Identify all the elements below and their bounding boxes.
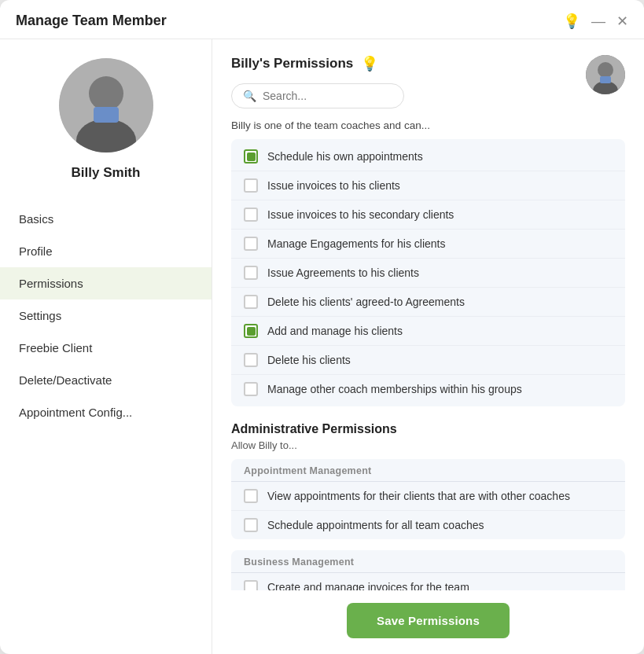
svg-point-1 <box>89 76 123 111</box>
checkbox-manage-engagements[interactable] <box>244 237 258 251</box>
checkbox-create-invoices-team[interactable] <box>244 580 258 590</box>
window-controls: 💡 — ✕ <box>563 14 628 28</box>
checkbox-schedule-all-coaches[interactable] <box>244 518 258 532</box>
business-management-header: Business Management <box>231 550 625 573</box>
table-row: Schedule his own appointments <box>231 142 625 171</box>
sidebar-item-basics[interactable]: Basics <box>0 203 212 235</box>
perm-label: Manage other coach memberships within hi… <box>267 383 522 395</box>
search-icon: 🔍 <box>243 90 256 102</box>
content-area: Billy Smith Basics Profile Permissions S… <box>0 39 644 654</box>
appointment-management-section: Appointment Management View appointments… <box>231 459 625 539</box>
checkbox-delete-clients[interactable] <box>244 353 258 367</box>
table-row: Manage Engagements for his clients <box>231 230 625 259</box>
business-management-section: Business Management Create and manage in… <box>231 550 625 590</box>
bulb-icon[interactable]: 💡 <box>563 14 580 28</box>
table-row: Issue invoices to his clients <box>231 171 625 200</box>
permissions-header-row: Billy's Permissions 💡 🔍 <box>231 55 625 108</box>
top-avatar <box>586 55 625 94</box>
table-row: Manage other coach memberships within hi… <box>231 375 625 403</box>
avatar <box>59 58 153 152</box>
svg-point-5 <box>598 62 613 78</box>
sidebar-item-settings[interactable]: Settings <box>0 299 212 332</box>
table-row: Create and manage invoices for the team <box>231 573 625 590</box>
svg-rect-3 <box>94 107 119 123</box>
perm-label: Schedule appointments for all team coach… <box>267 519 484 531</box>
user-name: Billy Smith <box>72 165 141 181</box>
checkbox-view-appointments[interactable] <box>244 489 258 503</box>
checkbox-manage-memberships[interactable] <box>244 382 258 396</box>
coach-permissions-description: Billy is one of the team coaches and can… <box>231 119 625 131</box>
checkbox-add-manage-clients[interactable] <box>244 324 258 338</box>
permissions-header: Billy's Permissions 💡 <box>231 55 576 72</box>
sidebar-item-freebie-client[interactable]: Freebie Client <box>0 332 212 364</box>
perm-label: Schedule his own appointments <box>267 150 423 163</box>
search-input[interactable] <box>263 90 392 102</box>
nav-list: Basics Profile Permissions Settings Free… <box>0 203 212 428</box>
table-row: Add and manage his clients <box>231 317 625 346</box>
perm-label: Manage Engagements for his clients <box>267 237 445 250</box>
sidebar-item-permissions[interactable]: Permissions <box>0 267 212 299</box>
perm-label: Delete his clients' agreed-to Agreements <box>267 296 465 308</box>
close-icon[interactable]: ✕ <box>616 14 628 28</box>
search-box: 🔍 <box>231 83 404 108</box>
checkbox-issue-invoices-secondary[interactable] <box>244 208 258 222</box>
table-row: View appointments for their clients that… <box>231 482 625 511</box>
window-title: Manage Team Member <box>16 13 167 29</box>
table-row: Delete his clients' agreed-to Agreements <box>231 288 625 317</box>
minimize-icon[interactable]: — <box>591 14 605 28</box>
checkbox-schedule-own[interactable] <box>244 149 258 164</box>
appointment-management-header: Appointment Management <box>231 459 625 482</box>
perm-label: View appointments for their clients that… <box>267 490 570 502</box>
checkbox-issue-invoices[interactable] <box>244 178 258 193</box>
coach-permissions-section: Schedule his own appointments Issue invo… <box>231 139 625 406</box>
main-panel: Billy's Permissions 💡 🔍 <box>212 39 644 654</box>
title-bar: Manage Team Member 💡 — ✕ <box>0 0 644 39</box>
sidebar-item-appointment-config[interactable]: Appointment Config... <box>0 396 212 428</box>
checkbox-issue-agreements[interactable] <box>244 266 258 280</box>
perm-label: Issue Agreements to his clients <box>267 266 419 279</box>
table-row: Issue invoices to his secondary clients <box>231 200 625 230</box>
admin-section-title: Administrative Permissions <box>231 422 625 436</box>
perm-label: Issue invoices to his clients <box>267 179 400 192</box>
permissions-scroll-area: Billy is one of the team coaches and can… <box>231 119 625 590</box>
table-row: Issue Agreements to his clients <box>231 259 625 288</box>
permissions-title: Billy's Permissions <box>231 56 353 72</box>
sidebar: Billy Smith Basics Profile Permissions S… <box>0 39 212 654</box>
bulb-info-icon[interactable]: 💡 <box>361 55 378 72</box>
perm-label: Issue invoices to his secondary clients <box>267 208 454 221</box>
sidebar-item-profile[interactable]: Profile <box>0 235 212 267</box>
perm-label: Create and manage invoices for the team <box>267 581 469 590</box>
checkbox-delete-agreements[interactable] <box>244 295 258 309</box>
save-permissions-button[interactable]: Save Permissions <box>347 603 510 638</box>
perm-label: Delete his clients <box>267 354 351 366</box>
save-bar: Save Permissions <box>231 590 625 654</box>
table-row: Schedule appointments for all team coach… <box>231 511 625 539</box>
table-row: Delete his clients <box>231 346 625 375</box>
svg-rect-7 <box>600 76 611 83</box>
admin-description: Allow Billy to... <box>231 439 625 451</box>
app-window: Manage Team Member 💡 — ✕ Billy Smith Bas… <box>0 0 644 654</box>
perm-label: Add and manage his clients <box>267 325 403 337</box>
sidebar-item-delete-deactivate[interactable]: Delete/Deactivate <box>0 364 212 396</box>
